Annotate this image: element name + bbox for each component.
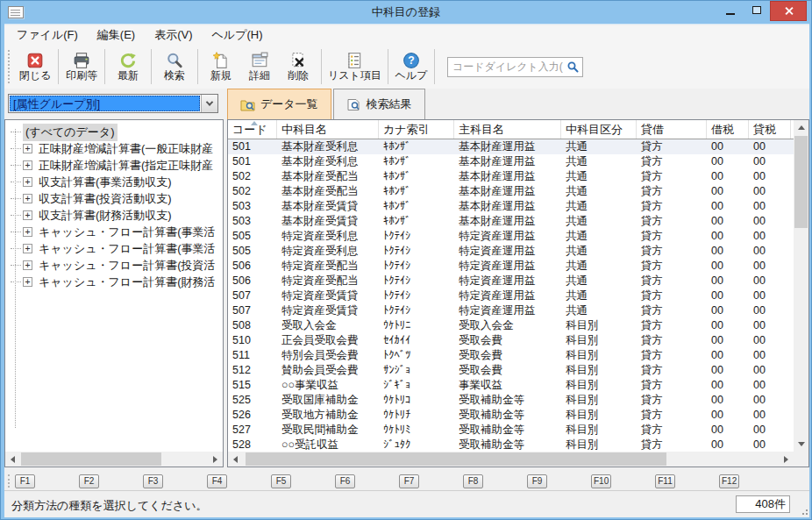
fkey-button[interactable]: F6 (335, 474, 355, 488)
tree-item[interactable]: +正味財産増減計算書(一般正味財産 (11, 140, 223, 157)
new-button[interactable]: 新規 (202, 46, 240, 87)
table-row[interactable]: 505特定資産受利息ﾄｸﾃｲｼ特定資産運用益共通貸方0000 (228, 229, 794, 244)
menu-item[interactable]: ファイル(F) (17, 27, 78, 43)
fkey-button[interactable]: F10 (591, 474, 611, 488)
tree-item[interactable]: +キャッシュ・フロー計算書(投資活 (11, 257, 223, 274)
scroll-left-button[interactable] (5, 452, 20, 467)
window-close-button[interactable] (770, 1, 807, 21)
dropdown-button[interactable] (201, 95, 217, 112)
group-selector-dropdown[interactable]: [属性グループ別] (8, 94, 218, 113)
table-row[interactable]: 506特定資産受配当ﾄｸﾃｲｼ特定資産運用益共通貸方0000 (228, 259, 794, 274)
expand-plus-icon[interactable]: + (23, 244, 32, 253)
tree-item[interactable]: +キャッシュ・フロー計算書(財務活 (11, 274, 223, 290)
scrollbar-thumb[interactable] (794, 136, 808, 228)
tree-item[interactable]: +キャッシュ・フロー計算書(事業活 (11, 240, 223, 257)
help-button[interactable]: ? ヘルプ (392, 46, 431, 87)
scrollbar-thumb[interactable] (246, 452, 666, 466)
tree-item[interactable]: +正味財産増減計算書(指定正味財産 (11, 157, 223, 174)
menu-item[interactable]: 編集(E) (97, 27, 135, 43)
table-row[interactable]: 527受取民間補助金ｳｹﾄﾘﾐ受取補助金等科目別貸方0000 (228, 423, 794, 438)
column-header[interactable]: 貸税 (749, 120, 791, 139)
table-row[interactable]: 508受取入会金ｳｹﾄﾘﾆ受取入会金科目別貸方0000 (228, 318, 794, 333)
minimize-button[interactable] (717, 1, 744, 19)
scroll-right-button[interactable] (208, 452, 223, 467)
column-header[interactable]: 貸借 (637, 120, 707, 139)
fkey-button[interactable]: F11 (655, 474, 675, 488)
print-button[interactable]: 印刷等 (62, 46, 101, 87)
resize-grip-icon[interactable] (799, 506, 808, 515)
table-row[interactable]: 503基本財産受賃貸ｷﾎﾝｻﾞ基本財産運用益共通貸方0000 (228, 214, 794, 229)
close-dialog-button[interactable]: 閉じる (16, 46, 54, 87)
table-row[interactable]: 506特定資産受配当ﾄｸﾃｲｼ特定資産運用益共通貸方0000 (228, 274, 794, 288)
table-row[interactable]: 528○○受託収益ｼﾞｭﾀｸ受取補助金等科目別貸方0000 (228, 438, 794, 452)
expand-plus-icon[interactable]: + (23, 160, 32, 170)
menu-item[interactable]: 表示(V) (154, 27, 192, 43)
list-items-button[interactable]: リスト項目 (325, 46, 384, 87)
toolbar-grip[interactable] (8, 50, 13, 83)
table-row[interactable]: 511特別会員受会費ﾄｸﾍﾞﾂ受取会費科目別貸方0000 (228, 348, 794, 363)
scroll-down-button[interactable] (794, 437, 808, 452)
tree-item[interactable]: +収支計算書(事業活動収支) (11, 174, 223, 190)
menu-item[interactable]: ヘルプ(H) (212, 27, 263, 43)
tree-item[interactable]: (すべてのデータ) (11, 124, 223, 140)
maximize-button[interactable] (744, 1, 770, 19)
tab-search-results[interactable]: 検索結果 (333, 89, 425, 120)
column-header[interactable]: 借税 (707, 120, 749, 139)
table-horizontal-scrollbar[interactable] (228, 452, 794, 467)
column-header[interactable]: カナ索引 (379, 120, 454, 139)
table-row[interactable]: 512賛助会員受会費ｻﾝｼﾞｮ受取会費科目別貸方0000 (228, 363, 794, 378)
column-header[interactable]: 主科目名 (454, 120, 561, 139)
table-row[interactable]: 505特定資産受利息ﾄｸﾃｲｼ特定資産運用益共通貸方0000 (228, 244, 794, 259)
tab-data-list[interactable]: データ一覧 (227, 89, 331, 120)
fkey-button[interactable]: F4 (207, 474, 227, 488)
search-button[interactable]: 検索 (155, 46, 194, 87)
expand-plus-icon[interactable]: + (23, 227, 32, 237)
table-row[interactable]: 502基本財産受配当ｷﾎﾝｻﾞ基本財産運用益共通貸方0000 (228, 169, 794, 184)
expand-plus-icon[interactable]: + (23, 177, 32, 187)
column-header[interactable]: 中科目名 (277, 120, 379, 139)
table-vertical-scrollbar[interactable] (794, 120, 808, 452)
function-bar-grip[interactable] (8, 474, 13, 488)
delete-button[interactable]: 削除 (279, 46, 317, 87)
scroll-left-button[interactable] (228, 452, 243, 467)
input-search-icon[interactable] (566, 61, 580, 74)
tree-item[interactable]: +キャッシュ・フロー計算書(事業活 (11, 224, 223, 240)
tree-horizontal-scrollbar[interactable] (5, 452, 223, 467)
scroll-up-button[interactable] (794, 120, 808, 135)
table-row[interactable]: 507特定資産受賃貸ﾄｸﾃｲｼ特定資産運用益共通貸方0000 (228, 303, 794, 318)
column-header[interactable]: コード (228, 120, 277, 139)
expand-plus-icon[interactable]: + (23, 194, 32, 203)
fkey-button[interactable]: F12 (719, 474, 739, 488)
detail-button[interactable]: 詳細 (240, 46, 279, 87)
table-row[interactable]: 515○○事業収益ｼﾞｷﾞｮ事業収益科目別貸方0000 (228, 378, 794, 393)
table-row[interactable]: 502基本財産受配当ｷﾎﾝｻﾞ基本財産運用益共通貸方0000 (228, 184, 794, 199)
column-header[interactable]: 中科目区分 (561, 120, 637, 139)
tree-item[interactable]: +収支計算書(財務活動収支) (11, 207, 223, 224)
table-row[interactable]: 507特定資産受賃貸ﾄｸﾃｲｼ特定資産運用益共通貸方0000 (228, 288, 794, 303)
table-row[interactable]: 503基本財産受賃貸ｷﾎﾝｻﾞ基本財産運用益共通貸方0000 (228, 199, 794, 214)
tree-branch-icon (11, 165, 21, 166)
scroll-right-button[interactable] (779, 452, 794, 467)
expand-plus-icon[interactable]: + (23, 144, 32, 153)
table-row[interactable]: 526受取地方補助金ｳｹﾄﾘﾁ受取補助金等科目別貸方0000 (228, 408, 794, 423)
expand-plus-icon[interactable]: + (23, 277, 32, 287)
fkey-button[interactable]: F2 (79, 474, 99, 488)
fkey-button[interactable]: F8 (463, 474, 483, 488)
tree-item[interactable]: +収支計算書(投資活動収支) (11, 190, 223, 207)
table-row[interactable]: 525受取国庫補助金ｳｹﾄﾘｺ受取補助金等科目別貸方0000 (228, 393, 794, 408)
code-direct-input[interactable] (447, 57, 583, 77)
table-row[interactable]: 510正会員受取会費ｾｲｶｲｲ受取会費科目別貸方0000 (228, 333, 794, 348)
refresh-button[interactable]: 最新 (109, 46, 147, 87)
table-cell: 00 (707, 214, 749, 229)
fkey-button[interactable]: F1 (15, 474, 35, 488)
fkey-button[interactable]: F9 (527, 474, 547, 488)
table-cell: 00 (707, 199, 749, 214)
table-row[interactable]: 501基本財産受利息ｷﾎﾝｻﾞ基本財産運用益共通貸方0000 (228, 139, 794, 154)
fkey-button[interactable]: F7 (399, 474, 419, 488)
expand-plus-icon[interactable]: + (23, 260, 32, 270)
expand-plus-icon[interactable]: + (23, 210, 32, 220)
table-row[interactable]: 501基本財産受利息ｷﾎﾝｻﾞ基本財産運用益共通貸方0000 (228, 154, 794, 169)
scrollbar-thumb[interactable] (21, 452, 161, 466)
fkey-button[interactable]: F5 (271, 474, 291, 488)
fkey-button[interactable]: F3 (143, 474, 163, 488)
